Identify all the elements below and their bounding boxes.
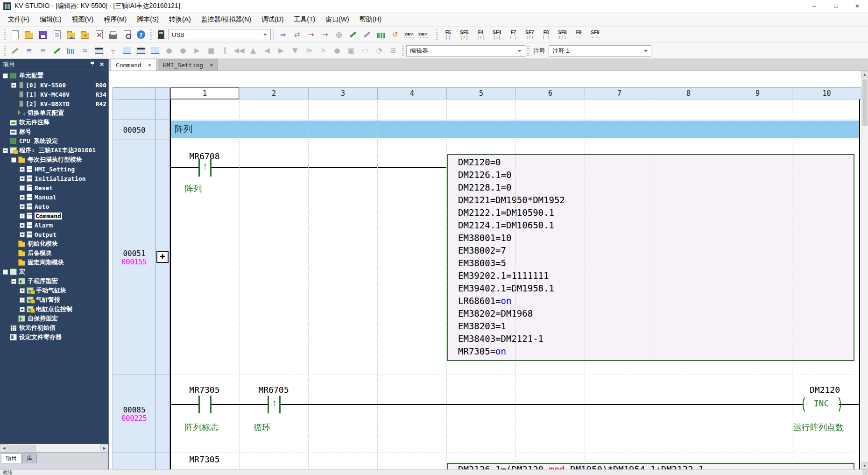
fkey-f5-button[interactable]: F5┤├: [440, 28, 456, 41]
grid-column-header[interactable]: 7: [585, 87, 654, 99]
hand-pause-button[interactable]: ▣: [345, 44, 358, 57]
save-project-button[interactable]: [36, 28, 49, 41]
comment-set-select[interactable]: 注释 1: [549, 45, 651, 57]
tree-item[interactable]: CPU 系统设定: [0, 136, 108, 146]
close-button[interactable]: ✕: [847, 0, 868, 12]
step-down-button[interactable]: ▼: [289, 44, 302, 57]
tree-item[interactable]: 后备模块: [0, 248, 108, 258]
step-back-button[interactable]: ◀: [261, 44, 274, 57]
branch-tool-button[interactable]: ┬: [106, 44, 120, 57]
fkey-f9-button[interactable]: F9──: [571, 28, 586, 41]
read-from-plc-button[interactable]: [64, 28, 78, 41]
hscroll-thumb[interactable]: [8, 445, 36, 452]
vscroll-thumb[interactable]: [862, 79, 868, 126]
dev-monitor-button[interactable]: DEV: [402, 28, 416, 41]
expand-icon[interactable]: +: [20, 288, 25, 293]
contact-device-label[interactable]: MR6708: [177, 151, 232, 161]
device-usage-list-button[interactable]: [374, 28, 388, 41]
tree-item[interactable]: +Alarm: [0, 220, 108, 230]
fkey-sf7-button[interactable]: SF7(/): [522, 28, 537, 41]
scroll-down-icon[interactable]: ▼: [861, 462, 868, 469]
script-box[interactable]: DM2120=0DM2126.1=0DM2128.1=0DM2121=DM195…: [447, 154, 854, 361]
simulator-screen-button[interactable]: [120, 44, 134, 57]
expand-icon[interactable]: +: [20, 195, 25, 200]
fkey-f8-button[interactable]: F8[ ]: [538, 28, 554, 41]
simulator-standby-button[interactable]: ●: [176, 44, 190, 57]
tree-item[interactable]: 自保持型宏: [0, 314, 108, 323]
simulator-stop-button[interactable]: ■: [205, 44, 218, 57]
minimize-button[interactable]: ─: [804, 0, 825, 12]
menu-help[interactable]: 帮助(H): [354, 13, 387, 26]
tree-item[interactable]: −单元配置: [0, 71, 108, 80]
collapse-icon[interactable]: −: [11, 157, 16, 163]
toolbar-grip[interactable]: [4, 46, 6, 56]
expand-icon[interactable]: +: [20, 298, 25, 303]
write-to-plc-button[interactable]: [78, 28, 92, 41]
grid-column-header[interactable]: 8: [654, 87, 723, 99]
toolbar-grip[interactable]: [4, 29, 6, 40]
expand-icon[interactable]: +: [20, 232, 25, 237]
fkey-sf5-button[interactable]: SF5┤/├: [457, 28, 472, 41]
transfer-from-plc-button[interactable]: →: [318, 28, 332, 41]
tree-item[interactable]: +Reset: [0, 183, 108, 192]
script-edit-button[interactable]: [50, 44, 64, 57]
contact-device-label[interactable]: MR7305: [177, 454, 232, 464]
grid-column-header[interactable]: 2: [239, 87, 309, 99]
tree-item[interactable]: −程序: 三轴IAI丰达201601: [0, 146, 108, 155]
tree-item[interactable]: 软元件初始值: [0, 323, 108, 333]
step-up-button[interactable]: ▲: [247, 44, 260, 57]
collapse-icon[interactable]: −: [3, 73, 8, 78]
tree-item[interactable]: +Initialization: [0, 174, 108, 183]
insert-line-button[interactable]: ≡: [22, 44, 35, 57]
menu-monitor-simulator[interactable]: 监控器/模拟器(N): [196, 13, 256, 26]
tree-item[interactable]: +电缸点位控制: [0, 305, 108, 314]
tree-item[interactable]: 切换单元配置: [0, 108, 108, 118]
grid-column-header[interactable]: 10: [792, 87, 861, 99]
monitor-transfer-button[interactable]: ⇒: [276, 28, 289, 41]
contact-device-label[interactable]: MR7305: [177, 385, 232, 395]
trend-chart-button[interactable]: [64, 44, 78, 57]
row-header[interactable]: 00051 000155: [113, 140, 156, 375]
device-comment-edit-button[interactable]: [346, 28, 360, 41]
coil-device-label[interactable]: DM2120: [781, 385, 840, 395]
collapse-icon[interactable]: −: [3, 269, 8, 275]
dev-batch-monitor-button[interactable]: DEV: [416, 28, 430, 41]
tree-item[interactable]: +Manual: [0, 192, 108, 202]
maximize-button[interactable]: □: [825, 0, 847, 12]
row-header[interactable]: [113, 453, 156, 469]
toolbar-grip[interactable]: [527, 46, 529, 56]
script-box[interactable]: DM2126.1=(DM2120 mod DM1950)*DM1954.1+DM…: [447, 463, 854, 469]
pause-scan-button[interactable]: ●: [331, 44, 344, 57]
fkey-sf4-button[interactable]: SF4┤↓├: [489, 28, 505, 41]
expand-icon[interactable]: +: [20, 185, 25, 191]
transfer-compare-button[interactable]: ⇄: [290, 28, 303, 41]
row-header[interactable]: [155, 99, 170, 120]
device-screen-button[interactable]: [148, 44, 162, 57]
tree-item[interactable]: +Output: [0, 230, 108, 239]
expand-icon[interactable]: +: [20, 223, 25, 228]
grid-column-header[interactable]: 1: [170, 87, 240, 99]
simulator-run-button[interactable]: ▶: [191, 44, 204, 57]
transfer-to-plc-button[interactable]: →: [304, 28, 318, 41]
save-as-button[interactable]: [50, 28, 64, 41]
tree-item[interactable]: −子程序型宏: [0, 276, 108, 286]
tab-close-icon[interactable]: ✕: [210, 62, 213, 68]
print-button[interactable]: [106, 28, 120, 41]
tree-item[interactable]: +[0] KV-5500R00: [0, 80, 108, 90]
panel-tab-库[interactable]: 库: [22, 454, 37, 463]
expand-icon[interactable]: +: [20, 307, 25, 312]
collapse-icon[interactable]: −: [3, 148, 8, 153]
expand-icon[interactable]: +: [20, 176, 25, 181]
tree-item[interactable]: +Auto: [0, 202, 108, 211]
panel-close-icon[interactable]: ✕: [98, 61, 106, 68]
expand-icon[interactable]: +: [20, 213, 25, 219]
pin-icon[interactable]: [90, 62, 95, 67]
tree-item[interactable]: +Command: [0, 211, 108, 220]
print-preview-button[interactable]: [120, 28, 134, 41]
tree-item[interactable]: +HMI_Setting: [0, 164, 108, 174]
row-header[interactable]: 00050: [113, 120, 156, 140]
timer-button[interactable]: ◔: [373, 44, 386, 57]
tree-item[interactable]: +气缸警报: [0, 295, 108, 305]
menu-file[interactable]: 文件(F): [3, 13, 35, 26]
tree-item[interactable]: 标号: [0, 127, 108, 136]
